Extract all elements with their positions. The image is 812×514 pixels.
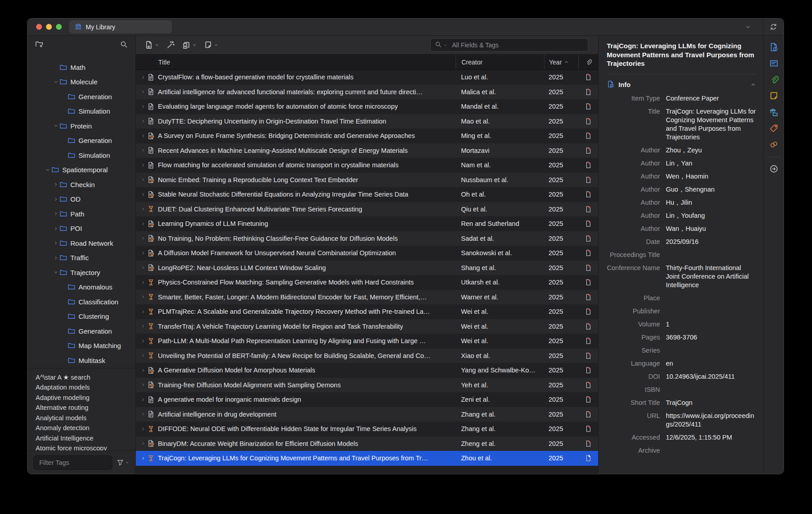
chevron-right-icon[interactable] bbox=[52, 182, 60, 187]
pdf-attachment-icon[interactable] bbox=[578, 176, 598, 184]
expand-row-chevron-icon[interactable] bbox=[141, 192, 147, 197]
table-row[interactable]: Physics-Constrained Flow Matching: Sampl… bbox=[136, 275, 598, 290]
pdf-attachment-icon[interactable] bbox=[578, 396, 598, 403]
table-row[interactable]: Flow matching for accelerated simulation… bbox=[136, 158, 598, 173]
tags-tab-icon[interactable] bbox=[769, 124, 779, 133]
related-tab-icon[interactable] bbox=[769, 140, 779, 149]
pdf-attachment-icon[interactable] bbox=[578, 323, 598, 330]
tag-item[interactable]: Adaptive modeling bbox=[36, 393, 135, 403]
column-header-year[interactable]: Year bbox=[544, 55, 578, 69]
expand-row-chevron-icon[interactable] bbox=[141, 339, 147, 344]
collection-row-clustering[interactable]: Clustering bbox=[28, 309, 135, 324]
abstract-tab-icon[interactable] bbox=[769, 59, 779, 68]
field-value[interactable]: Wen，Haomin bbox=[666, 172, 756, 181]
pdf-attachment-icon[interactable] bbox=[578, 161, 598, 169]
column-header-creator[interactable]: Creator bbox=[456, 55, 544, 69]
add-attachment-button[interactable] bbox=[179, 39, 200, 51]
info-section-header[interactable]: Info bbox=[607, 74, 756, 89]
table-row[interactable]: No Training, No Problem: Rethinking Clas… bbox=[136, 231, 598, 246]
table-row[interactable]: CrystalFlow: a flow-based generative mod… bbox=[136, 70, 598, 85]
chevron-down-icon[interactable] bbox=[52, 270, 60, 275]
collection-row-trajectory[interactable]: Trajectory bbox=[28, 265, 135, 280]
chevron-right-icon[interactable] bbox=[52, 240, 60, 246]
field-value[interactable] bbox=[666, 446, 756, 455]
collection-row-simulation[interactable]: Simulation bbox=[28, 104, 135, 119]
table-row[interactable]: A Diffusion Model Framework for Unsuperv… bbox=[136, 246, 598, 261]
table-row[interactable]: Smarter, Better, Faster, Longer: A Moder… bbox=[136, 290, 598, 305]
close-window-button[interactable] bbox=[36, 24, 42, 30]
sync-button[interactable] bbox=[763, 23, 784, 31]
chevron-down-icon[interactable] bbox=[44, 167, 51, 173]
table-row[interactable]: Recent Advances in Machine Learning-Assi… bbox=[136, 143, 598, 158]
collection-row-generation[interactable]: Generation bbox=[28, 133, 135, 148]
expand-row-chevron-icon[interactable] bbox=[141, 353, 147, 358]
field-value[interactable]: Guo，Shengnan bbox=[666, 185, 756, 194]
collection-row-road-network[interactable]: Road Network bbox=[28, 236, 135, 251]
tag-item[interactable]: Anomaly detection bbox=[36, 423, 135, 433]
table-row[interactable]: Path-LLM: A Multi-Modal Path Representat… bbox=[136, 334, 598, 349]
field-value[interactable]: Conference Paper bbox=[666, 94, 756, 103]
expand-row-chevron-icon[interactable] bbox=[141, 89, 147, 94]
expand-row-chevron-icon[interactable] bbox=[141, 177, 147, 182]
expand-row-chevron-icon[interactable] bbox=[141, 104, 147, 109]
tag-item[interactable]: Alternative routing bbox=[36, 403, 135, 413]
table-row[interactable]: BinaryDM: Accurate Weight Binarization f… bbox=[136, 436, 598, 451]
chevron-right-icon[interactable] bbox=[52, 255, 60, 261]
attachments-tab-icon[interactable] bbox=[769, 75, 779, 84]
tag-item[interactable]: A^\star A ★ search bbox=[36, 372, 135, 383]
expand-row-chevron-icon[interactable] bbox=[141, 221, 147, 226]
tag-item[interactable]: Adaptation models bbox=[36, 382, 135, 393]
expand-row-chevron-icon[interactable] bbox=[141, 119, 147, 124]
field-value[interactable]: 3698-3706 bbox=[666, 333, 756, 342]
collection-row-checkin[interactable]: Checkin bbox=[28, 177, 135, 192]
collection-row-spatiotemporal[interactable]: Spatiotemporal bbox=[28, 163, 135, 178]
table-row[interactable]: A generative model for inorganic materia… bbox=[136, 392, 598, 407]
minimize-window-button[interactable] bbox=[46, 24, 52, 30]
expand-row-chevron-icon[interactable] bbox=[141, 382, 147, 387]
tabs-menu-chevron-icon[interactable] bbox=[745, 24, 751, 30]
field-value[interactable]: https://www.ijcai.org/proceedings/2025/4… bbox=[666, 412, 756, 429]
expand-row-chevron-icon[interactable] bbox=[141, 133, 147, 138]
field-value[interactable]: 1 bbox=[666, 320, 756, 329]
table-row[interactable]: LongRoPE2: Near-Lossless LLM Context Win… bbox=[136, 261, 598, 275]
field-value[interactable]: 10.24963/ijcai.2025/411 bbox=[666, 372, 756, 381]
table-row[interactable]: DutyTTE: Deciphering Uncertainty in Orig… bbox=[136, 114, 598, 129]
collection-row-anomalous[interactable]: Anomalous bbox=[28, 280, 135, 295]
notes-tab-icon[interactable] bbox=[769, 91, 779, 101]
table-row[interactable]: TransferTraj: A Vehicle Trajectory Learn… bbox=[136, 319, 598, 334]
field-value[interactable]: Hu，Jilin bbox=[666, 198, 756, 207]
table-row[interactable]: Evaluating large language model agents f… bbox=[136, 99, 598, 114]
collection-row-poi[interactable]: POI bbox=[28, 221, 135, 236]
item-info-tab-icon[interactable] bbox=[769, 42, 779, 52]
expand-row-chevron-icon[interactable] bbox=[141, 265, 147, 270]
collapse-section-icon[interactable] bbox=[750, 82, 756, 87]
table-row[interactable]: Training-free Diffusion Model Alignment … bbox=[136, 378, 598, 393]
chevron-down-icon[interactable] bbox=[52, 79, 60, 85]
chevron-right-icon[interactable] bbox=[52, 211, 60, 216]
expand-row-chevron-icon[interactable] bbox=[141, 148, 147, 153]
field-value[interactable]: Wan，Huaiyu bbox=[666, 225, 756, 233]
collection-row-generation[interactable]: Generation bbox=[28, 324, 135, 339]
pdf-attachment-icon[interactable] bbox=[578, 337, 598, 344]
collection-row-generation[interactable]: Generation bbox=[28, 89, 135, 104]
field-value[interactable]: Lin，Yan bbox=[666, 159, 756, 168]
new-note-button[interactable] bbox=[200, 39, 222, 51]
expand-row-chevron-icon[interactable] bbox=[141, 324, 147, 329]
pdf-attachment-icon[interactable] bbox=[578, 73, 598, 81]
pdf-attachment-icon[interactable] bbox=[578, 440, 598, 447]
table-row[interactable]: PLMTrajRec: A Scalable and Generalizable… bbox=[136, 304, 598, 319]
collection-search-icon[interactable] bbox=[120, 41, 128, 50]
pdf-attachment-icon[interactable] bbox=[578, 381, 598, 389]
collection-row-classification[interactable]: Classification bbox=[28, 294, 135, 309]
libraries-collections-tab-icon[interactable] bbox=[769, 107, 779, 117]
collection-row-math[interactable]: Math bbox=[28, 60, 135, 75]
pdf-attachment-icon[interactable] bbox=[578, 308, 598, 315]
filter-tags-input[interactable]: Filter Tags bbox=[33, 455, 112, 470]
tag-filter-options-button[interactable] bbox=[116, 459, 129, 466]
add-by-identifier-button[interactable] bbox=[163, 39, 179, 51]
field-value[interactable] bbox=[666, 386, 756, 394]
table-row[interactable]: DUET: Dual Clustering Enhanced Multivari… bbox=[136, 202, 598, 217]
pdf-attachment-icon[interactable] bbox=[578, 454, 598, 462]
new-item-button[interactable] bbox=[141, 39, 163, 51]
expand-row-chevron-icon[interactable] bbox=[141, 368, 147, 373]
